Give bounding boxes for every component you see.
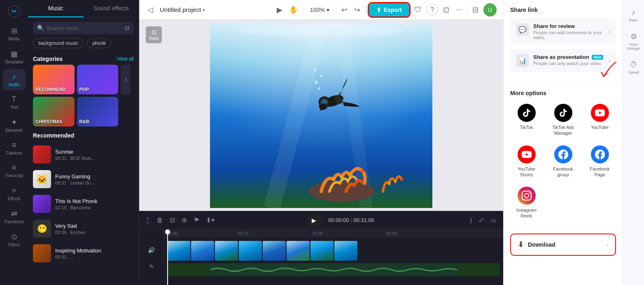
track-item-phonk[interactable]: This Is Not Phonk 02:15 · Bgruzinho — [28, 192, 139, 216]
search-bar[interactable]: 🔍 ⊟ — [33, 22, 134, 34]
share-for-review-option[interactable]: 💬 Share for review People can add commen… — [510, 18, 616, 45]
category-christmas[interactable]: CHRISTMAS — [33, 97, 75, 126]
ratio-button[interactable]: ⊡ Ratio — [146, 26, 162, 43]
share-as-presentation-option[interactable]: 📊 Share as presentation New People can o… — [510, 49, 616, 72]
help-button[interactable]: ? — [427, 4, 438, 16]
speed-icon: ⏱ — [630, 61, 637, 69]
category-rnb[interactable]: R&B — [77, 97, 119, 126]
category-nav-arrow[interactable]: › — [121, 65, 131, 94]
main-editor-area: ◁ Untitled project ▾ ▶ ✋ 100% ▾ ↩ ↪ ⬆ — [139, 0, 503, 285]
sidebar-item-filters[interactable]: ⊙ Filters — [2, 229, 26, 250]
captions-label: Captions — [6, 151, 22, 155]
social-tiktok[interactable]: TikTok — [510, 101, 543, 139]
subtitles-button[interactable]: ▭ — [489, 215, 498, 226]
share-review-chevron: › — [608, 28, 610, 35]
search-input[interactable] — [47, 25, 122, 31]
tag-background-music[interactable]: background music — [33, 38, 84, 48]
sidebar-item-transcript[interactable]: ≡ Transcript — [2, 160, 26, 181]
track-meta-inspiring: 00:31 · ... — [55, 255, 134, 259]
tab-sound-effects[interactable]: Sound effects — [84, 0, 139, 17]
tiktok-ads-label: TikTok Ads Manager — [549, 124, 577, 136]
filter-icon[interactable]: ⊟ — [125, 25, 130, 31]
sidebar-item-media[interactable]: ⊞ Media — [2, 23, 26, 44]
volume-label-row: 🔊 — [139, 243, 163, 257]
zoom-level-button[interactable]: 100% ▾ — [307, 5, 333, 15]
right-sidebar-speed[interactable]: ⏱ Speed — [625, 57, 643, 78]
svg-point-8 — [239, 25, 404, 37]
facebook-page-icon — [591, 145, 609, 164]
sidebar-item-text[interactable]: T Text — [2, 92, 26, 113]
sidebar-item-audio[interactable]: ♪ Audio — [2, 69, 26, 90]
track-item-very-sad[interactable]: 😶 Very Sad 03:36 · Enchan — [28, 216, 139, 241]
undo-button[interactable]: ↩ — [340, 4, 349, 16]
share-review-subtitle: People can add comments to your video. — [533, 30, 608, 40]
track-thumbnail-sunrise — [33, 145, 51, 164]
track-item-sunrise[interactable]: Sunrise 00:31 · BCD Stud... — [28, 142, 139, 167]
share-button[interactable]: ⊡ — [441, 4, 451, 16]
app-logo[interactable]: ✂ — [7, 5, 21, 18]
social-instagram[interactable]: Instagram Reels — [510, 184, 543, 222]
flag-button[interactable]: ⚑ — [192, 215, 201, 226]
sidebar-item-elements[interactable]: ✦ Elements — [2, 114, 26, 136]
video-thumb-4 — [239, 241, 262, 261]
speed-label: Speed — [628, 70, 639, 75]
current-time: 00:00:00 — [328, 217, 349, 223]
collapse-panel-button[interactable]: ◁ — [146, 4, 155, 16]
canvas-video — [210, 23, 432, 208]
share-review-title: Share for review — [533, 23, 608, 29]
svg-point-18 — [315, 81, 318, 84]
fullscreen-button[interactable]: ⤢ — [477, 215, 485, 226]
download-timeline-button[interactable]: ⬇▾ — [204, 215, 216, 226]
share-review-left: 💬 Share for review People can add commen… — [516, 23, 608, 40]
project-name[interactable]: Untitled project ▾ — [160, 6, 205, 13]
sidebar-item-templates[interactable]: ▦ Templates — [2, 46, 26, 68]
social-tiktok-ads[interactable]: TikTok Ads Manager — [547, 101, 579, 139]
view-all-link[interactable]: View all — [117, 56, 134, 62]
play-button[interactable]: ▶ — [275, 4, 284, 16]
track-item-funny-gaming[interactable]: 🐱 Funny Gaming 00:31 · Lestari So... — [28, 167, 139, 192]
right-sidebar-basic[interactable]: ♪ Basic — [625, 5, 643, 26]
export-button[interactable]: ⬆ Export — [369, 3, 409, 16]
category-pop[interactable]: POP — [77, 65, 119, 94]
project-chevron-icon: ▾ — [203, 7, 205, 13]
split-button-2[interactable]: ⊟ — [168, 215, 177, 226]
category-grid: RECOMMEND POP › CHRISTMAS R&B — [28, 65, 139, 131]
social-facebook-page[interactable]: Facebook Page — [583, 143, 616, 180]
edit-label-row[interactable]: ✎ — [139, 259, 163, 274]
track-item-inspiring[interactable]: Inspiring Motivation 00:31 · ... — [28, 241, 139, 266]
filters-label: Filters — [8, 243, 19, 247]
svg-point-23 — [340, 175, 343, 179]
shield-button[interactable]: 🛡 — [413, 4, 423, 16]
right-sidebar-voice-changer[interactable]: ⚙ Voice changer — [625, 29, 643, 54]
split-clip-button[interactable]: ⌶ — [144, 215, 152, 226]
volume-icon: 🔊 — [148, 247, 155, 253]
category-recommend-label: RECOMMEND — [35, 87, 65, 92]
track-info-funny: Funny Gaming 00:31 · Lestari So... — [55, 173, 134, 185]
more-options-button[interactable]: ··· — [454, 4, 464, 16]
hand-tool-button[interactable]: ✋ — [287, 4, 300, 16]
svg-point-22 — [331, 177, 336, 181]
sidebar-item-transitions[interactable]: ⇌ Transitions — [2, 206, 26, 227]
category-recommend[interactable]: RECOMMEND — [33, 65, 75, 94]
tag-phonk[interactable]: phonk — [87, 38, 111, 48]
timeline-labels: 🔊 ✎ — [139, 229, 164, 285]
categories-title: Categories — [33, 56, 63, 62]
delete-button[interactable]: 🗑 — [155, 215, 165, 226]
sidebar-item-captions[interactable]: ≡ Captions — [2, 138, 26, 159]
timeline-play-button[interactable]: ▶ — [307, 213, 322, 228]
redo-button[interactable]: ↪ — [352, 4, 362, 16]
sidebar-item-effects[interactable]: ✧ Effects — [2, 183, 26, 204]
add-track-button[interactable]: ⊕ — [180, 215, 189, 226]
tab-music[interactable]: Music — [28, 0, 84, 17]
download-icon: ⬇ — [518, 240, 524, 249]
social-facebook-group[interactable]: Facebook group — [547, 143, 579, 180]
elements-label: Elements — [5, 128, 23, 133]
download-button[interactable]: ⬇ Download › — [510, 234, 616, 256]
split-view-button[interactable]: ⊟ — [471, 4, 480, 16]
social-youtube-shorts[interactable]: YouTube Shorts — [510, 143, 543, 180]
video-thumb-8 — [334, 241, 357, 261]
user-avatar[interactable]: U — [483, 3, 497, 16]
social-youtube[interactable]: YouTube — [583, 101, 616, 139]
edit-icon[interactable]: ✎ — [149, 263, 154, 270]
fit-view-button[interactable]: ) — [468, 215, 474, 226]
